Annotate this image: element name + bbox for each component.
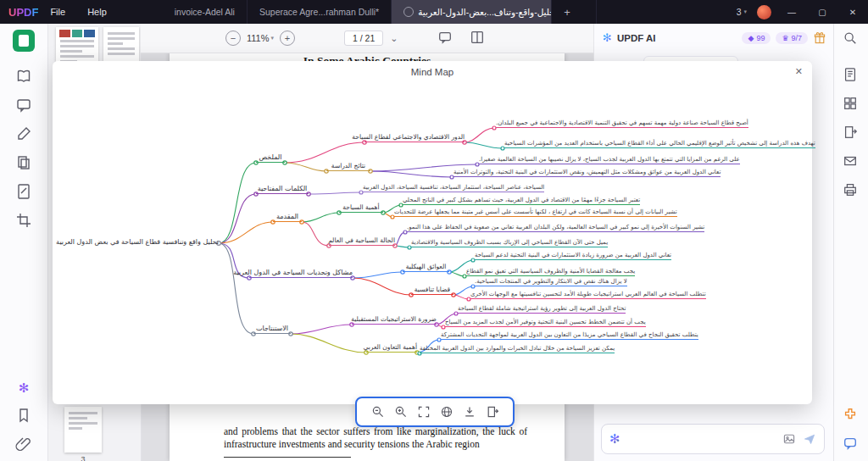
- edit-tool-icon[interactable]: [15, 125, 32, 142]
- user-avatar[interactable]: [757, 5, 771, 19]
- mindmap-leaf[interactable]: السياحة، عناصر السياحة، استثمار السياحة،…: [363, 184, 544, 192]
- mindmap-topic[interactable]: الدور الاقتصادي والاجتماعي لقطاع السياحة: [364, 133, 465, 142]
- thumbnail-page-number: 3: [47, 455, 119, 461]
- maximize-button[interactable]: ▢: [812, 8, 832, 17]
- mindmap-leaf[interactable]: تعاني الدول العربية من ضرورة زيادة الاست…: [475, 252, 671, 260]
- menu-file[interactable]: File: [50, 7, 65, 17]
- reader-view-icon[interactable]: [843, 67, 860, 84]
- updf-reader-icon[interactable]: [13, 30, 35, 52]
- ai-panel-title: UPDF AI: [617, 33, 656, 43]
- thumbnail-grid-icon[interactable]: [843, 96, 860, 113]
- mindmap-leaf[interactable]: يمكن تعزيز السياحة من خلال تبادل الخبرات…: [420, 345, 615, 353]
- zoom-level: 111%: [247, 33, 270, 43]
- ai-credits-badge[interactable]: ◆ 99: [742, 32, 771, 44]
- mindmap-leaf[interactable]: تعتبر السياحة جزءًا مهمًا من الاقتصاد في…: [403, 197, 640, 205]
- tab-superace[interactable]: Superace Agre...rahman Dulli*: [248, 0, 392, 24]
- reader-mode-icon[interactable]: [15, 68, 32, 85]
- crown-icon: ♛: [782, 34, 788, 42]
- mindmap-fit-view-button[interactable]: [417, 405, 431, 419]
- page-number-box[interactable]: 1 / 21: [344, 31, 383, 46]
- tab-count-dropdown[interactable]: 3 ▾: [737, 7, 747, 17]
- gem-icon: ◆: [748, 34, 754, 42]
- mindmap-topic[interactable]: الحالة السياحية في العالم: [329, 236, 395, 246]
- annotation-view-icon[interactable]: [437, 30, 454, 47]
- mindmap-zoom-out-button[interactable]: [371, 405, 385, 419]
- mindmap-leaf[interactable]: أصبح قطاع السياحة صناعة دولية مهمة تسهم …: [496, 119, 748, 128]
- ai-sparkle-icon[interactable]: ✻: [19, 380, 30, 396]
- mindmap-leaf[interactable]: تتطلب السياحة في العالم العربي استراتيجي…: [470, 291, 706, 299]
- credits-count: 99: [756, 34, 765, 42]
- help-chat-icon[interactable]: [843, 436, 860, 453]
- zoom-out-button[interactable]: −: [225, 31, 241, 46]
- thumbnail-banner: [59, 30, 95, 37]
- minimize-button[interactable]: —: [782, 8, 802, 17]
- mindmap-topic[interactable]: أهمية السياحة: [339, 203, 383, 213]
- mindmap-topic[interactable]: ضرورة الاستراتيجيات المستقبلية: [352, 315, 437, 325]
- page-layout-icon[interactable]: [470, 30, 487, 47]
- mail-icon[interactable]: [843, 153, 860, 170]
- mindmap-dialog: Mind Map ✕: [53, 61, 812, 404]
- mindmap-branch-summary[interactable]: الملخص: [256, 153, 285, 163]
- mindmap-leaf[interactable]: يجب معالجة القضايا الأمنية والظروف السيا…: [466, 268, 635, 276]
- mindmap-leaf[interactable]: تهدف هذه الدراسة إلى تشخيص تأثير الوضع ا…: [504, 140, 815, 148]
- organize-pages-icon[interactable]: [15, 154, 32, 171]
- tab-count: 3: [737, 7, 742, 17]
- page-thumbnail-3[interactable]: [64, 407, 102, 453]
- mindmap-leaf[interactable]: يتطلب تحقيق النجاح في القطاع السياحي مزي…: [441, 331, 698, 340]
- mindmap-close-icon[interactable]: ✕: [795, 66, 803, 77]
- mindmap-branch-introduction[interactable]: المقدمة: [273, 212, 302, 222]
- tab-label: invoice-Adel Ali: [175, 7, 235, 17]
- tab-tourism-analysis[interactable]: تحليل-واقع-وتناف...بعض-الدول-العربية: [392, 0, 552, 24]
- print-icon[interactable]: [843, 182, 860, 199]
- bookmark-icon[interactable]: [15, 407, 32, 424]
- tab-label: Superace Agre...rahman Dulli*: [259, 7, 379, 17]
- quota-count: 9/7: [791, 34, 802, 42]
- right-tool-rail: [833, 24, 868, 461]
- close-button[interactable]: ✕: [843, 8, 863, 17]
- mindmap-leaf[interactable]: تشير السنوات الأخيرة إلى نمو كبير في الس…: [407, 224, 704, 232]
- zoom-level-dropdown[interactable]: 111% ▾: [247, 33, 274, 43]
- mindmap-topic[interactable]: أهمية التعاون العربي: [366, 343, 417, 353]
- plugin-icon[interactable]: [843, 407, 860, 424]
- gift-icon[interactable]: [813, 31, 826, 45]
- mindmap-topic[interactable]: نتائج الدراسة: [326, 162, 370, 171]
- mindmap-zoom-in-button[interactable]: [394, 405, 408, 419]
- ai-panel-header: ✻ UPDF AI ◆ 99 ♛ 9/7: [594, 24, 835, 53]
- mindmap-leaf[interactable]: يميل حتى الآن القطاع السياحي إلى الإرباك…: [411, 239, 608, 247]
- menu-help[interactable]: Help: [87, 7, 107, 17]
- mindmap-topic[interactable]: العوائق الهيكلية: [403, 263, 449, 272]
- tab-label: تحليل-واقع-وتناف...بعض-الدول-العربية: [418, 7, 552, 17]
- mindmap-root-node[interactable]: تحليل واقع وتنافسية قطاع السياحة في بعض …: [56, 238, 219, 246]
- attachment-icon[interactable]: [15, 436, 32, 453]
- tab-invoice[interactable]: invoice-Adel Ali: [163, 0, 248, 24]
- page-list-chevron-icon[interactable]: ⌄: [390, 33, 398, 44]
- ai-chat-input[interactable]: ✻: [601, 424, 825, 454]
- mindmap-leaf[interactable]: تعاني الدول العربية من عوائق ومشكلات مثل…: [453, 169, 721, 177]
- mindmap-topic[interactable]: قضايا تنافسية: [411, 286, 453, 295]
- comment-tool-icon[interactable]: [15, 97, 32, 114]
- left-tool-rail: ✻: [0, 24, 48, 461]
- send-icon[interactable]: [803, 432, 816, 446]
- mindmap-branch-problems[interactable]: مشاكل وتحديات السياحة في الدول العربية: [249, 268, 353, 278]
- search-icon[interactable]: [843, 31, 860, 47]
- mindmap-export-button[interactable]: [486, 405, 499, 419]
- mindmap-branch-conclusions[interactable]: الاستنتاجات: [253, 324, 291, 334]
- footnote-rule: [224, 457, 351, 458]
- ai-quota-badge[interactable]: ♛ 9/7: [776, 32, 808, 44]
- pdf-visible-text: and problems that the sector suffers fro…: [224, 425, 527, 451]
- fill-sign-icon[interactable]: [15, 183, 32, 200]
- mindmap-leaf[interactable]: على الرغم من المزايا التي تتمتع بها الدو…: [479, 156, 740, 164]
- crop-tool-icon[interactable]: [15, 212, 32, 229]
- export-file-icon[interactable]: [843, 125, 860, 142]
- insert-image-icon[interactable]: [782, 432, 796, 446]
- mindmap-leaf[interactable]: تحتاج الدول العربية إلى تطوير رؤية استرا…: [458, 305, 626, 314]
- mindmap-leaf[interactable]: تشير البيانات إلى أن نسبة السياحة كانت ف…: [394, 208, 677, 217]
- zoom-in-button[interactable]: +: [280, 31, 295, 46]
- mindmap-download-button[interactable]: [463, 405, 476, 419]
- caret-down-icon: ▾: [271, 35, 275, 42]
- mindmap-leaf[interactable]: يجب أن تتضمن الخطط تحسين البنية التحتية …: [445, 319, 646, 327]
- mindmap-branch-keywords[interactable]: الكلمات المفتاحية: [256, 184, 309, 194]
- mindmap-language-button[interactable]: [440, 405, 453, 419]
- mindmap-leaf[interactable]: لا يزال هناك نقص في الابتكار والتطوير في…: [475, 278, 627, 286]
- new-tab-button[interactable]: +: [552, 0, 597, 24]
